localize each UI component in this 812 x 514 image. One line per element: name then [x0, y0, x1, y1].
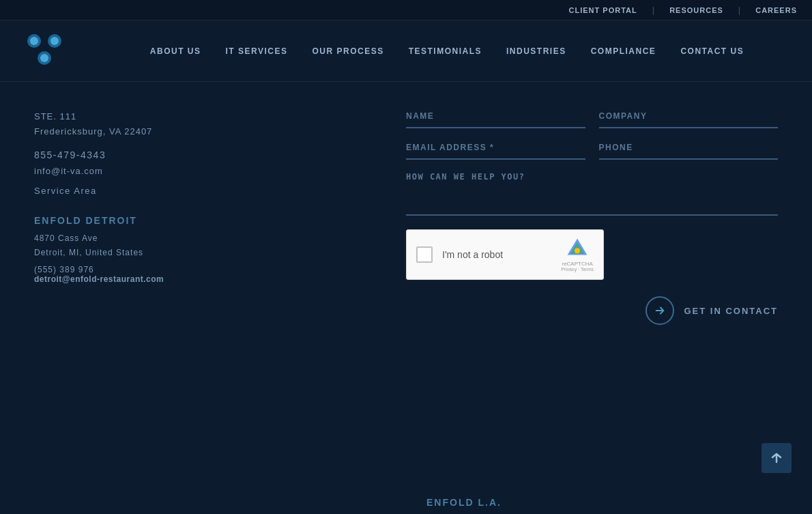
email-input[interactable]	[406, 143, 585, 152]
la-office-title: ENFOLD L.A.	[426, 497, 778, 508]
submit-row: GET IN CONTACT	[406, 296, 778, 325]
phone-input[interactable]	[599, 143, 779, 152]
nav-industries[interactable]: INDUSTRIES	[494, 46, 579, 56]
recaptcha-checkbox[interactable]	[416, 246, 433, 263]
contact-form-col: I'm not a robot reCAPTCHA Privacy · Term…	[406, 102, 778, 457]
la-office: ENFOLD L.A. 1818 N Vermont Ave Los Angel…	[426, 497, 778, 514]
top-bar: CLIENT PORTAL | RESOURCES | CAREERS	[0, 0, 812, 20]
service-area[interactable]: Service Area	[34, 186, 379, 196]
detroit-office: ENFOLD DETROIT 4870 Cass Ave Detroit, MI…	[34, 215, 379, 284]
main-content: STE. 111 Fredericksburg, VA 22407 855-47…	[0, 82, 812, 478]
form-row-name-company	[406, 109, 778, 128]
svg-point-4	[50, 37, 59, 45]
svg-point-5	[40, 54, 48, 62]
name-field-group	[406, 109, 585, 128]
detroit-office-title: ENFOLD DETROIT	[34, 215, 379, 226]
main-phone: 855-479-4343	[34, 149, 379, 160]
message-textarea[interactable]	[406, 172, 778, 206]
svg-point-3	[30, 37, 38, 45]
main-email: info@it-va.com	[34, 166, 379, 176]
company-field-group	[599, 109, 779, 128]
scroll-to-top-button[interactable]	[762, 443, 792, 473]
get-in-contact-button[interactable]: GET IN CONTACT	[646, 296, 778, 325]
recaptcha-label: I'm not a robot	[442, 249, 503, 260]
nav-about-us[interactable]: ABOUT US	[138, 46, 214, 56]
recaptcha-widget[interactable]: I'm not a robot reCAPTCHA Privacy · Term…	[406, 229, 604, 280]
get-in-contact-label: GET IN CONTACT	[684, 306, 778, 316]
detroit-address-line2: Detroit, MI, United States	[34, 246, 379, 259]
phone-field-group	[599, 141, 779, 160]
address-line1: STE. 111	[34, 109, 379, 124]
nav-compliance[interactable]: COMPLIANCE	[579, 46, 669, 56]
message-field-group	[406, 172, 778, 216]
top-bar-client-portal[interactable]: CLIENT PORTAL	[554, 6, 652, 14]
left-column: STE. 111 Fredericksburg, VA 22407 855-47…	[34, 102, 406, 457]
recaptcha-branding: reCAPTCHA Privacy · Terms	[561, 238, 594, 272]
main-nav: ABOUT US IT SERVICES OUR PROCESS TESTIMO…	[0, 20, 812, 82]
recaptcha-brand-text: reCAPTCHA	[562, 261, 592, 267]
nav-links: ABOUT US IT SERVICES OUR PROCESS TESTIMO…	[102, 46, 792, 56]
logo[interactable]	[20, 27, 75, 75]
email-field-group	[406, 141, 585, 160]
name-input[interactable]	[406, 111, 585, 121]
main-address-block: STE. 111 Fredericksburg, VA 22407	[34, 109, 379, 139]
recaptcha-links-text: Privacy · Terms	[561, 267, 594, 272]
nav-contact-us[interactable]: CONTACT US	[668, 46, 756, 56]
top-bar-resources[interactable]: RESOURCES	[654, 6, 738, 14]
detroit-address-line1: 4870 Cass Ave	[34, 231, 379, 245]
form-row-email-phone	[406, 141, 778, 160]
nav-our-process[interactable]: OUR PROCESS	[300, 46, 396, 56]
svg-point-6	[575, 248, 580, 253]
detroit-phone: (555) 389 976	[34, 265, 379, 274]
company-input[interactable]	[599, 111, 779, 121]
offices-row: ENFOLD L.A. 1818 N Vermont Ave Los Angel…	[0, 478, 812, 514]
top-bar-careers[interactable]: CAREERS	[740, 6, 812, 14]
nav-testimonials[interactable]: TESTIMONIALS	[396, 46, 494, 56]
address-line2: Fredericksburg, VA 22407	[34, 124, 379, 139]
detroit-email: detroit@enfold-restaurant.com	[34, 274, 379, 284]
arrow-circle-icon	[646, 296, 674, 325]
nav-it-services[interactable]: IT SERVICES	[214, 46, 300, 56]
